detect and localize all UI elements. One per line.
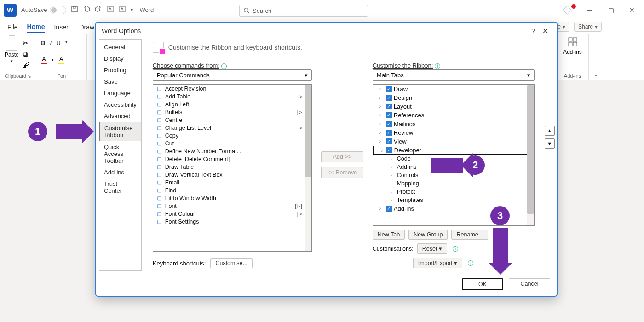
commands-listbox[interactable]: ▢Accept Revision▢Add Table>▢Align Left▢B…	[153, 84, 312, 252]
ribbon-group-item[interactable]: ›Controls	[373, 171, 534, 179]
ribbon-tab-item[interactable]: ›✓View	[373, 137, 534, 146]
checkbox-icon[interactable]: ✓	[386, 121, 392, 127]
new-tab-button[interactable]: New Tab	[373, 230, 405, 240]
move-up-button[interactable]: ▲	[545, 126, 555, 136]
customise-ribbon-dropdown[interactable]: Main Tabs ▾	[373, 69, 535, 80]
ribbon-group-item[interactable]: ›Mapping	[373, 179, 534, 188]
caret-right-icon[interactable]: ›	[391, 198, 395, 203]
command-list-item[interactable]: ▢Draw Vertical Text Box	[153, 171, 311, 178]
ribbon-tab-item[interactable]: ›✓Mailings	[373, 120, 534, 128]
close-window-button[interactable]: ✕	[623, 4, 641, 17]
ribbon-tab-item[interactable]: ›✓Design	[373, 93, 534, 102]
help-button[interactable]: ?	[527, 27, 540, 34]
scrollbar-thumb[interactable]	[305, 85, 311, 177]
options-nav-item[interactable]: Accessibility	[99, 99, 141, 110]
options-nav-item[interactable]: Add-ins	[99, 167, 141, 178]
checkbox-icon[interactable]: ✓	[386, 112, 392, 118]
options-nav-item[interactable]: Customise Ribbon	[99, 122, 141, 141]
options-nav-item[interactable]: Display	[99, 53, 141, 64]
command-list-item[interactable]: ▢Draw Table	[153, 163, 311, 171]
command-list-item[interactable]: ▢Bullets| >	[153, 108, 311, 116]
tab-draw[interactable]: Draw	[79, 22, 94, 33]
redo-icon[interactable]	[95, 6, 102, 15]
caret-right-icon[interactable]: ›	[380, 206, 384, 211]
caret-right-icon[interactable]: ›	[391, 165, 395, 170]
new-group-button[interactable]: New Group	[408, 230, 448, 240]
move-down-button[interactable]: ▼	[545, 138, 555, 149]
ribbon-tabs-tree[interactable]: ›✓Draw›✓Design›✓Layout›✓References›✓Mail…	[373, 84, 535, 226]
checkbox-icon[interactable]: ✓	[386, 147, 392, 153]
add-button[interactable]: Add >>	[321, 151, 363, 162]
toggle-switch-icon[interactable]	[50, 6, 66, 14]
font-color-button[interactable]: A	[41, 56, 47, 64]
ribbon-tab-item[interactable]: ›✓Review	[373, 128, 534, 137]
command-list-item[interactable]: ▢Align Left	[153, 100, 311, 108]
ribbon-tab-item[interactable]: ›✓Draw	[373, 85, 534, 93]
caret-right-icon[interactable]: ›	[391, 181, 395, 186]
cut-icon[interactable]: ✂	[23, 39, 30, 47]
remove-button[interactable]: << Remove	[321, 167, 363, 178]
ribbon-tab-item[interactable]: ›✓References	[373, 111, 534, 120]
caret-right-icon[interactable]: ›	[380, 139, 384, 144]
underline-button[interactable]: U	[56, 40, 60, 46]
text-box-icon[interactable]: A	[107, 6, 114, 15]
text-box2-icon[interactable]: A	[119, 6, 126, 15]
cancel-button[interactable]: Cancel	[509, 278, 550, 290]
ribbon-tab-item[interactable]: ⌄✓Developer	[373, 146, 534, 155]
qat-dropdown-icon[interactable]: ▾	[131, 7, 133, 12]
tab-home[interactable]: Home	[27, 21, 45, 33]
undo-icon[interactable]	[83, 6, 90, 15]
minimize-button[interactable]: ─	[581, 4, 599, 17]
command-list-item[interactable]: ▢Change List Level>	[153, 124, 311, 132]
caret-right-icon[interactable]: ›	[380, 130, 384, 135]
options-nav-item[interactable]: Language	[99, 87, 141, 99]
caret-right-icon[interactable]: ›	[391, 156, 395, 161]
notification-icon[interactable]	[563, 6, 572, 15]
search-input[interactable]: Search	[239, 5, 368, 17]
copy-icon[interactable]: ⧉	[23, 50, 30, 58]
customise-shortcuts-button[interactable]: Customise...	[210, 258, 252, 268]
highlight-button[interactable]: A	[58, 56, 64, 64]
checkbox-icon[interactable]: ✓	[386, 95, 392, 101]
checkbox-icon[interactable]: ✓	[386, 206, 392, 212]
tab-file[interactable]: File	[7, 22, 18, 33]
reset-dropdown[interactable]: Reset ▾	[417, 243, 447, 254]
command-list-item[interactable]: ▢Font[I~]	[153, 202, 311, 210]
command-list-item[interactable]: ▢Accept Revision	[153, 85, 311, 92]
ribbon-group-item[interactable]: ›Protect	[373, 188, 534, 196]
maximize-button[interactable]: ▢	[602, 4, 620, 17]
format-painter-icon[interactable]: 🖌	[23, 61, 30, 69]
info-icon[interactable]: i	[221, 63, 227, 69]
caret-down-icon[interactable]: ⌄	[380, 148, 385, 153]
autosave-toggle[interactable]: AutoSave	[21, 6, 66, 14]
caret-right-icon[interactable]: ›	[380, 113, 384, 118]
checkbox-icon[interactable]: ✓	[386, 104, 392, 109]
options-nav-item[interactable]: Advanced	[99, 110, 141, 122]
command-list-item[interactable]: ▢Find	[153, 186, 311, 194]
caret-right-icon[interactable]: ›	[380, 121, 384, 126]
addins-icon[interactable]	[568, 37, 578, 47]
ok-button[interactable]: OK	[462, 278, 503, 290]
info-icon[interactable]: i	[468, 260, 473, 266]
ribbon-tab-item[interactable]: ›✓Layout	[373, 102, 534, 111]
share-button[interactable]: Share ▾	[574, 22, 602, 32]
dialog-launcher-icon[interactable]: ↘	[28, 74, 31, 79]
caret-right-icon[interactable]: ›	[391, 173, 395, 178]
save-icon[interactable]	[71, 6, 78, 15]
caret-right-icon[interactable]: ›	[380, 104, 384, 109]
command-list-item[interactable]: ▢Add Table>	[153, 92, 311, 100]
bold-button[interactable]: B	[41, 40, 45, 46]
command-list-item[interactable]: ▢Delete [Delete Comment]	[153, 155, 311, 163]
command-list-item[interactable]: ▢Font Settings	[153, 218, 311, 225]
import-export-dropdown[interactable]: Import/Export ▾	[413, 258, 463, 268]
caret-right-icon[interactable]: ›	[380, 86, 384, 92]
rename-button[interactable]: Rename...	[451, 230, 488, 240]
checkbox-icon[interactable]: ✓	[386, 130, 392, 136]
caret-right-icon[interactable]: ›	[391, 190, 395, 195]
italic-button[interactable]: I	[50, 40, 52, 46]
command-list-item[interactable]: ▢Email	[153, 178, 311, 186]
ribbon-group-item[interactable]: ›Templates	[373, 196, 534, 204]
info-icon[interactable]: i	[453, 246, 458, 252]
scrollbar-thumb[interactable]	[527, 85, 534, 214]
options-nav-item[interactable]: Quick Access Toolbar	[99, 141, 141, 167]
